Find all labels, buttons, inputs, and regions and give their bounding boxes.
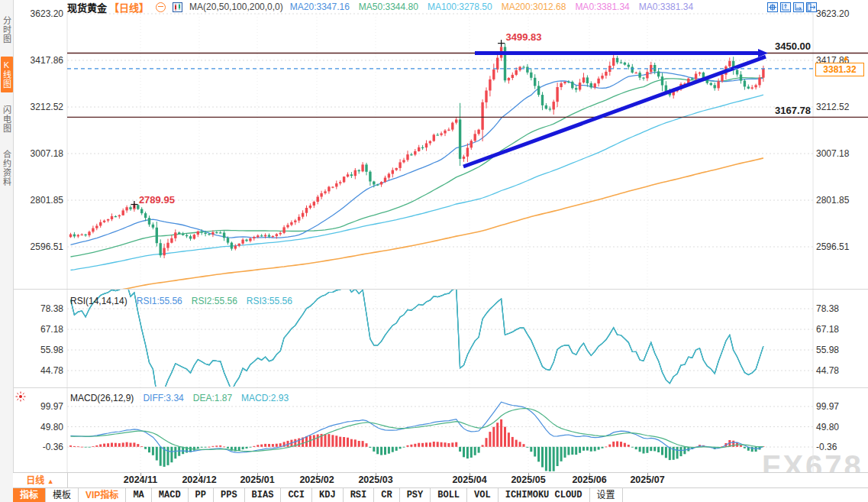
axis-label: 3212.52 bbox=[13, 102, 66, 112]
toolbar-button-rsi[interactable]: RSI bbox=[344, 488, 375, 502]
zoom-y-axis-icon[interactable] bbox=[780, 2, 791, 12]
panel-separator bbox=[13, 289, 868, 290]
ma-readout: MA0:3381.34 bbox=[575, 2, 629, 12]
date-tick bbox=[647, 473, 648, 476]
toolbar-button-vip指标[interactable]: VIP指标 bbox=[79, 488, 126, 502]
axis-label: 78.38 bbox=[13, 303, 66, 314]
toolbar-button-psy[interactable]: PSY bbox=[400, 488, 431, 502]
symbol-name: 现货黄金 bbox=[67, 0, 107, 15]
axis-label: 3623.20 bbox=[13, 8, 66, 19]
axis-label: 44.78 bbox=[816, 365, 839, 376]
date-tick bbox=[376, 473, 376, 476]
toolbar-button-ma[interactable]: MA bbox=[126, 488, 151, 502]
pan-crosshair-icon[interactable] bbox=[767, 2, 778, 12]
axis-label: -0.36 bbox=[13, 442, 66, 452]
axis-label: 49.80 bbox=[816, 422, 839, 432]
ma-settings-label: MA(20,50,100,200,0,0) bbox=[189, 2, 283, 12]
sidebar-tab-4[interactable]: 合约资料 bbox=[1, 146, 13, 190]
indicator-toolbar: 指标模板VIP指标MAMACDPPPPSBIASCCIKDJRSICRPSYBO… bbox=[13, 487, 868, 502]
sidebar-tab-1[interactable]: 分时图 bbox=[1, 12, 13, 47]
toolbar-button-vol[interactable]: VOL bbox=[467, 488, 499, 502]
date-tick-label: 2025/04 bbox=[443, 474, 496, 485]
date-tick bbox=[140, 473, 141, 476]
date-tick bbox=[469, 473, 470, 476]
zoom-x-axis-icon[interactable] bbox=[793, 2, 804, 12]
indicator-readout: RSI3:55.56 bbox=[247, 296, 292, 306]
ma-readout: MA200:3012.68 bbox=[502, 2, 566, 12]
macd-header: MACD(26,12,9) DIFF:3.34DEA:1.87MACD:2.93 bbox=[70, 393, 289, 403]
timeline-row: 日线 ▲ 2024/112024/122025/012025/022025/03… bbox=[13, 472, 868, 488]
axis-label: -0.36 bbox=[816, 442, 837, 452]
date-tick-label: 2025/02 bbox=[290, 474, 344, 485]
chart-tool-icons bbox=[767, 2, 817, 12]
sidebar-tab-2[interactable]: K线图 bbox=[1, 57, 13, 92]
panel-separator bbox=[13, 387, 868, 388]
toolbar-button-设置[interactable]: 设置 bbox=[590, 488, 623, 502]
toolbar-button-cci[interactable]: CCI bbox=[281, 488, 312, 502]
axis-label: 55.98 bbox=[13, 345, 66, 355]
toolbar-button-boll[interactable]: BOLL bbox=[431, 488, 467, 502]
high-price-annotation: 3499.83 bbox=[506, 31, 542, 43]
indicator-readout: MACD:2.93 bbox=[241, 393, 289, 403]
date-tick-label: 2025/03 bbox=[349, 474, 402, 485]
axis-label: 78.38 bbox=[816, 303, 839, 314]
rsi-readouts: RSI1:55.56RSI2:55.56RSI3:55.56 bbox=[137, 296, 292, 306]
ma-readouts: MA20:3347.16MA50:3344.80MA100:3278.50MA2… bbox=[290, 2, 693, 12]
ma-readout: MA0:3381.34 bbox=[639, 2, 693, 12]
trading-chart-app: FX678 分时图K线图闪电图合约资料 现货黄金 【日线】 MA(20,50,1… bbox=[0, 0, 868, 502]
support-level-label: 3167.78 bbox=[757, 105, 811, 116]
red-burst-icon[interactable] bbox=[15, 391, 26, 402]
toolbar-button-指标[interactable]: 指标 bbox=[13, 488, 46, 502]
axis-label: 3212.52 bbox=[816, 102, 849, 112]
sidebar-tab-3[interactable]: 闪电图 bbox=[1, 102, 13, 137]
axis-label: 2801.85 bbox=[816, 195, 849, 206]
period-selector-button[interactable]: 日线 ▲ bbox=[13, 473, 68, 488]
date-tick-label: 2024/12 bbox=[173, 474, 226, 485]
toolbar-button-pps[interactable]: PPS bbox=[214, 488, 245, 502]
axis-label: 2596.51 bbox=[13, 241, 66, 252]
date-tick bbox=[199, 473, 200, 476]
axis-label: 99.97 bbox=[816, 401, 839, 412]
sidebar: 分时图K线图闪电图合约资料 bbox=[0, 0, 14, 502]
date-tick-label: 2025/01 bbox=[231, 474, 284, 485]
date-tick bbox=[257, 473, 258, 476]
export-right-icon[interactable] bbox=[806, 2, 817, 12]
chart-type-icon[interactable] bbox=[173, 2, 182, 12]
date-tick-label: 2025/06 bbox=[563, 474, 616, 485]
resistance-level-label: 3450.00 bbox=[757, 40, 811, 52]
rsi-title: RSI(14,14,14) bbox=[70, 296, 127, 306]
rsi-header: RSI(14,14,14) RSI1:55.56RSI2:55.56RSI3:5… bbox=[70, 296, 292, 306]
axis-label: 3417.86 bbox=[13, 55, 66, 66]
macd-title: MACD(26,12,9) bbox=[70, 393, 134, 403]
toolbar-button-cr[interactable]: CR bbox=[374, 488, 399, 502]
price-up-arrow-icon: ▲ bbox=[842, 54, 850, 62]
axis-label: 55.98 bbox=[816, 345, 839, 355]
indicator-readout: DIFF:3.34 bbox=[143, 393, 183, 403]
toolbar-button-pp[interactable]: PP bbox=[189, 488, 214, 502]
axis-label: 67.18 bbox=[13, 324, 66, 335]
macd-readouts: DIFF:3.34DEA:1.87MACD:2.93 bbox=[143, 393, 289, 403]
axis-label: 2801.85 bbox=[13, 195, 66, 206]
axis-label: 2596.51 bbox=[816, 241, 849, 252]
date-tick bbox=[317, 473, 318, 476]
chart-header: 现货黄金 【日线】 MA(20,50,100,200,0,0) MA20:334… bbox=[67, 1, 693, 13]
period-tag[interactable]: 【日线】 bbox=[109, 0, 149, 15]
indicator-readout: RSI2:55.56 bbox=[192, 296, 237, 306]
toolbar-button-macd[interactable]: MACD bbox=[152, 488, 189, 502]
indicator-readout: RSI1:55.56 bbox=[137, 296, 182, 306]
chart-canvas[interactable] bbox=[0, 0, 868, 502]
axis-label: 3007.18 bbox=[816, 148, 849, 159]
toolbar-button-ichimoku-cloud[interactable]: ICHIMOKU CLOUD bbox=[499, 488, 590, 502]
toolbar-button-bias[interactable]: BIAS bbox=[245, 488, 282, 502]
low-price-annotation: 2789.95 bbox=[139, 194, 175, 206]
last-price-badge: 3381.32 bbox=[815, 63, 864, 76]
date-tick-label: 2024/11 bbox=[114, 474, 167, 485]
toolbar-button-模板[interactable]: 模板 bbox=[46, 488, 79, 502]
date-tick bbox=[589, 473, 590, 476]
axis-label: 3007.18 bbox=[13, 148, 66, 159]
axis-label: 3623.20 bbox=[816, 8, 849, 19]
toolbar-button-kdj[interactable]: KDJ bbox=[312, 488, 344, 502]
date-tick-label: 2025/05 bbox=[502, 474, 555, 485]
collapse-indicator-icon[interactable] bbox=[156, 2, 166, 12]
date-tick bbox=[528, 473, 529, 476]
